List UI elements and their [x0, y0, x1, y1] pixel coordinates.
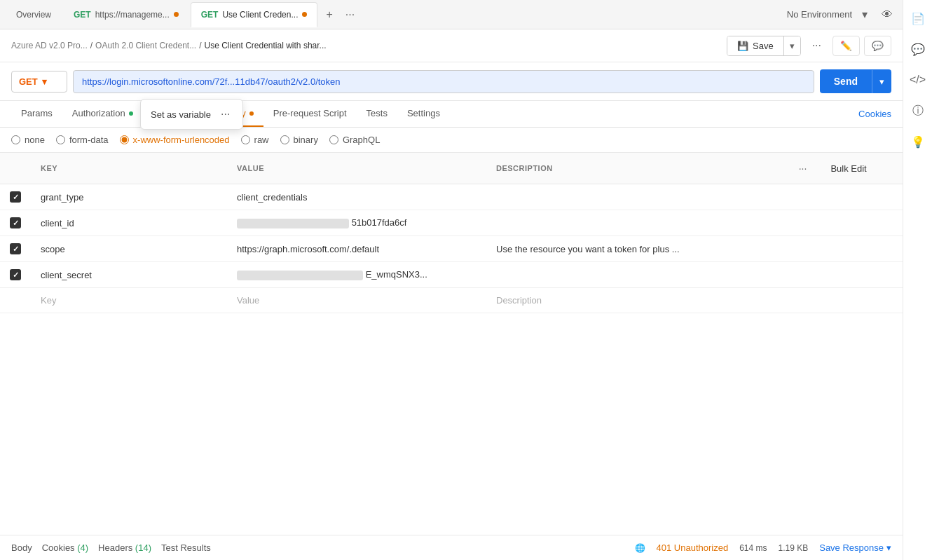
send-button-group: Send ▾ — [820, 69, 891, 93]
breadcrumb: Azure AD v2.0 Pro... / OAuth 2.0 Client … — [11, 41, 721, 50]
row-4-value[interactable]: E_wmqSNX3... — [227, 262, 486, 288]
row-1-key[interactable]: grant_type — [31, 184, 227, 210]
send-button[interactable]: Send — [820, 69, 872, 93]
row-4-desc[interactable] — [486, 262, 785, 288]
body-option-urlencoded[interactable]: x-www-form-urlencoded — [120, 135, 230, 145]
status-tab-cookies[interactable]: Cookies (4) — [42, 541, 88, 554]
tab-overview-label: Overview — [16, 10, 51, 20]
toolbar-actions: 💾 Save ▾ ··· ✏️ 💬 — [727, 35, 891, 56]
row-2-value-suffix: 51b017fda6cf — [352, 217, 407, 228]
row-checkbox-4[interactable] — [0, 262, 31, 288]
row-3-key[interactable]: scope — [31, 236, 227, 262]
status-tab-test-results[interactable]: Test Results — [161, 541, 211, 554]
row-1-desc[interactable] — [486, 184, 785, 210]
more-options-button[interactable]: ··· — [805, 35, 828, 56]
tab-settings-label: Settings — [407, 108, 440, 118]
tooltip-more-button[interactable]: ··· — [218, 107, 233, 122]
body-option-form-data[interactable]: form-data — [56, 135, 109, 145]
save-response-button[interactable]: Save Response ▾ — [819, 542, 891, 553]
row-checkbox-1[interactable] — [0, 184, 31, 210]
row-3-value[interactable]: https://graph.microsoft.com/.default — [227, 236, 486, 262]
row-checkbox-2[interactable] — [0, 210, 31, 236]
row-4-key[interactable]: client_secret — [31, 262, 227, 288]
status-bar: Body Cookies (4) Headers (14) Test Resul… — [0, 535, 903, 560]
body-option-graphql[interactable]: GraphQL — [329, 135, 380, 145]
send-dropdown-button[interactable]: ▾ — [872, 70, 891, 93]
code-icon[interactable]: </> — [905, 67, 931, 93]
row-2-value[interactable]: 51b017fda6cf — [227, 210, 486, 236]
status-time: 614 ms — [739, 543, 767, 553]
breadcrumb-part-2[interactable]: OAuth 2.0 Client Credent... — [95, 41, 196, 50]
info-icon[interactable]: ⓘ — [905, 98, 931, 123]
table-row: scope https://graph.microsoft.com/.defau… — [0, 236, 903, 262]
tab-1[interactable]: GET https://manageme... — [63, 2, 189, 27]
checkbox-4[interactable] — [10, 269, 21, 280]
tooltip-popup: Set as variable ··· — [140, 99, 243, 130]
status-tab-headers[interactable]: Headers (14) — [98, 541, 151, 554]
headers-badge: (14) — [135, 542, 151, 553]
tab-2[interactable]: GET Use Client Creden... — [191, 2, 318, 27]
row-3-desc[interactable]: Use the resource you want a token for pl… — [486, 236, 785, 262]
col-bulk-edit: Bulk Edit — [821, 153, 903, 184]
row-2-desc[interactable] — [486, 210, 785, 236]
checkbox-3[interactable] — [10, 243, 21, 254]
comment-button[interactable]: 💬 — [864, 36, 891, 56]
empty-key[interactable]: Key — [31, 288, 227, 313]
eye-icon[interactable]: 👁 — [877, 6, 897, 24]
body-option-binary[interactable]: binary — [280, 135, 318, 145]
tab-bar: Overview GET https://manageme... GET Use… — [0, 0, 903, 29]
empty-value[interactable]: Value — [227, 288, 486, 313]
col-checkbox — [0, 153, 31, 184]
method-select[interactable]: GET ▾ — [11, 71, 67, 93]
save-dropdown-button[interactable]: ▾ — [783, 36, 800, 55]
tooltip-text: Set as variable — [151, 109, 211, 120]
empty-desc[interactable]: Description — [486, 288, 785, 313]
tab-2-dot — [302, 12, 307, 17]
params-table: KEY VALUE DESCRIPTION ··· Bulk Edit — [0, 153, 903, 535]
cookies-badge: (4) — [77, 542, 88, 553]
environment-dropdown[interactable]: ▾ — [858, 5, 872, 24]
row-1-value[interactable]: client_credentials — [227, 184, 486, 210]
col-value: VALUE — [227, 153, 486, 184]
table-row: grant_type client_credentials — [0, 184, 903, 210]
tab-2-label: Use Client Creden... — [222, 10, 298, 20]
tab-pre-request[interactable]: Pre-request Script — [263, 101, 357, 127]
tab-params[interactable]: Params — [11, 101, 62, 127]
tab-tests[interactable]: Tests — [357, 101, 397, 127]
bulk-edit-button[interactable]: Bulk Edit — [830, 163, 866, 174]
add-tab-button[interactable]: + — [322, 6, 336, 24]
tab-overview[interactable]: Overview — [6, 2, 62, 27]
table-row: client_id 51b017fda6cf — [0, 210, 903, 236]
checkbox-1[interactable] — [10, 191, 21, 203]
body-option-none[interactable]: none — [11, 135, 45, 145]
tab-params-label: Params — [21, 108, 53, 118]
col-key: KEY — [31, 153, 227, 184]
no-environment-label: No Environment — [787, 9, 852, 20]
edit-button[interactable]: ✏️ — [832, 36, 860, 56]
breadcrumb-part-1[interactable]: Azure AD v2.0 Pro... — [11, 41, 88, 50]
more-tabs-button[interactable]: ··· — [341, 6, 359, 24]
row-4-value-suffix: E_wmqSNX3... — [366, 269, 427, 280]
checkbox-2[interactable] — [10, 217, 21, 228]
status-info: 🌐 401 Unauthorized 614 ms 1.19 KB Save R… — [635, 542, 891, 553]
col-actions: ··· — [785, 153, 821, 184]
status-tabs: Body Cookies (4) Headers (14) Test Resul… — [11, 541, 211, 554]
status-tab-body[interactable]: Body — [11, 541, 32, 554]
save-button[interactable]: 💾 Save — [727, 36, 783, 55]
tab-authorization[interactable]: Authorization — [62, 101, 143, 127]
url-input[interactable] — [73, 70, 814, 93]
doc-icon[interactable]: 📄 — [905, 6, 931, 31]
tab-pre-request-label: Pre-request Script — [273, 108, 347, 118]
tab-settings[interactable]: Settings — [397, 101, 450, 127]
row-checkbox-3[interactable] — [0, 236, 31, 262]
save-response-chevron: ▾ — [886, 542, 891, 553]
table-more-button[interactable]: ··· — [795, 160, 811, 177]
body-options: none form-data x-www-form-urlencoded raw… — [0, 128, 903, 153]
authorization-dot — [129, 111, 133, 116]
chat-icon[interactable]: 💬 — [905, 36, 931, 62]
row-2-key[interactable]: client_id — [31, 210, 227, 236]
lightbulb-icon[interactable]: 💡 — [905, 129, 931, 154]
body-option-raw[interactable]: raw — [241, 135, 269, 145]
request-header: Azure AD v2.0 Pro... / OAuth 2.0 Client … — [0, 29, 903, 62]
cookies-tab-button[interactable]: Cookies — [858, 102, 891, 126]
